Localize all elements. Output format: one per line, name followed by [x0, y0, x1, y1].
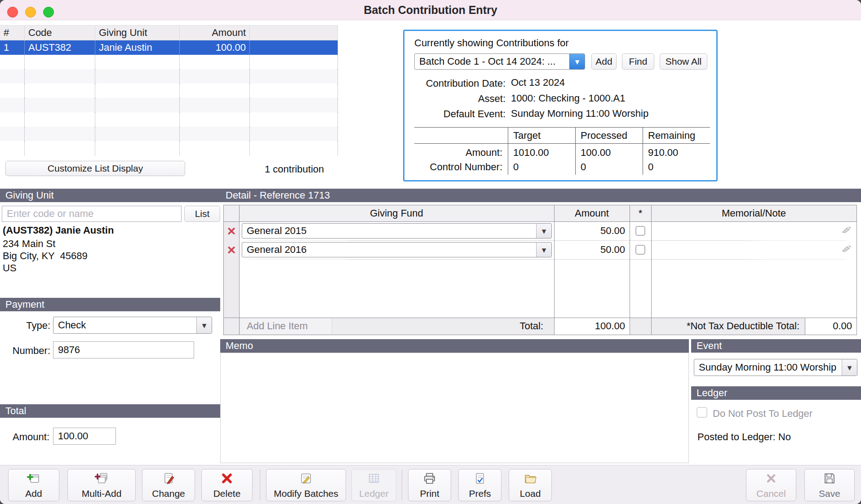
cell-amount: 100.00 [180, 40, 250, 55]
payment-type-select[interactable]: Check ▾ [53, 317, 212, 334]
payment-number-label: Number: [0, 345, 50, 357]
detail-table: Giving Fund Amount * Memorial/Note × Gen… [223, 205, 857, 335]
chevron-down-icon: ▾ [569, 54, 585, 69]
add-button[interactable]: Add [8, 469, 59, 501]
not-tax-deductible-checkbox-row2[interactable] [635, 245, 645, 255]
column-giving-unit: Giving Unit [95, 26, 180, 40]
event-select[interactable]: Sunday Morning 11:00 Worship ▾ [694, 359, 857, 376]
multi-add-button[interactable]: Multi-Add [67, 469, 136, 501]
giving-unit-search-input[interactable] [2, 206, 182, 222]
memo-header: Memo [220, 339, 689, 353]
ledger-header: Ledger [691, 386, 861, 400]
default-event-label: Default Event: [404, 108, 506, 120]
customize-list-display-button[interactable]: Customize List Display [5, 161, 185, 176]
contribution-row-empty [0, 127, 338, 141]
memo-textarea[interactable] [220, 353, 689, 463]
default-event-value: Sunday Morning 11:00 Worship [511, 108, 648, 119]
batch-add-button[interactable]: Add [591, 53, 617, 70]
window-title: Batch Contribution Entry [0, 0, 861, 20]
not-tax-deductible-checkbox-row1[interactable] [635, 226, 645, 236]
load-button[interactable]: Load [509, 469, 552, 501]
modify-batches-icon [299, 472, 313, 487]
line-amount-row1[interactable]: 50.00 [554, 221, 630, 240]
giving-unit-address-line2: Big City, KY 45689 [3, 250, 88, 262]
print-button[interactable]: Print [408, 469, 451, 501]
detail-header: Detail - Reference 1713 [220, 189, 861, 202]
toolbar-button-label: Ledger [359, 488, 388, 499]
toolbar-button-label: Multi-Add [82, 488, 122, 499]
contribution-row-empty [0, 98, 338, 112]
prefs-button[interactable]: Prefs [458, 469, 502, 501]
payment-type-value: Check [53, 317, 196, 333]
payment-number-input[interactable] [53, 341, 194, 358]
print-icon [423, 472, 436, 487]
do-not-post-to-ledger-checkbox[interactable] [697, 407, 707, 418]
prefs-icon [473, 472, 487, 487]
contribution-row-empty [0, 112, 338, 127]
not-tax-deductible-total-label: *Not Tax Deductible Total: [651, 318, 805, 335]
toolbar-button-label: Delete [213, 488, 241, 499]
summary-amount-label: Amount: [414, 147, 502, 159]
giving-fund-select-row2[interactable]: General 2016 ▾ [242, 242, 552, 257]
save-icon [823, 472, 836, 487]
detail-column-not-tax-deductible: * [630, 205, 651, 221]
giving-unit-list-button[interactable]: List [184, 206, 220, 222]
payment-header: Payment [0, 298, 220, 311]
batch-summary-table: Target Processed Remaining Amount: 1010.… [414, 127, 710, 175]
detail-column-giving-fund: Giving Fund [239, 205, 554, 221]
bottom-toolbar: Add Multi-Add Change Delete Modify Batch… [0, 465, 861, 504]
summary-header-processed: Processed [581, 130, 627, 141]
contribution-row-selected[interactable]: 1 AUST382 Janie Austin 100.00 [0, 40, 338, 55]
ledger-button[interactable]: Ledger [351, 469, 396, 501]
delete-line-icon[interactable]: × [224, 240, 239, 259]
summary-control-remaining: 0 [648, 161, 653, 173]
memorial-note-field-row1[interactable] [651, 221, 857, 240]
add-icon [27, 472, 40, 487]
column-code: Code [25, 26, 95, 40]
total-amount-input[interactable] [53, 428, 116, 445]
toolbar-button-label: Print [420, 488, 439, 499]
modify-batches-button[interactable]: Modify Batches [266, 469, 346, 501]
memorial-note-field-row2[interactable] [651, 240, 857, 259]
summary-header-remaining: Remaining [648, 130, 695, 141]
line-amount-row2[interactable]: 50.00 [554, 240, 630, 259]
cancel-button[interactable]: Cancel [746, 469, 796, 501]
change-button[interactable]: Change [142, 469, 195, 501]
multi-add-icon [95, 472, 108, 487]
batch-select[interactable]: Batch Code 1 - Oct 14 2024: ... ▾ [414, 53, 585, 70]
summary-amount-remaining: 910.00 [648, 147, 678, 159]
chevron-down-icon: ▾ [536, 243, 551, 257]
contribution-count: 1 contribution [243, 164, 346, 175]
giving-fund-value: General 2016 [242, 243, 536, 257]
add-line-item-button[interactable]: Add Line Item [240, 318, 332, 334]
not-tax-deductible-total-value: 0.00 [805, 318, 857, 335]
contribution-list-header: # Code Giving Unit Amount [0, 25, 338, 40]
giving-fund-value: General 2015 [242, 224, 536, 238]
cell-number: 1 [0, 40, 25, 55]
batch-panel-heading: Currently showing Contributions for [414, 37, 569, 49]
delete-button[interactable]: Delete [201, 469, 253, 501]
detail-column-amount: Amount [554, 205, 630, 221]
giving-unit-header: Giving Unit [0, 189, 220, 202]
save-button[interactable]: Save [804, 469, 855, 501]
toolbar-button-label: Load [520, 488, 541, 499]
giving-unit-address-line3: US [3, 262, 17, 274]
note-icon [841, 244, 852, 256]
giving-fund-select-row1[interactable]: General 2015 ▾ [242, 223, 552, 239]
summary-control-label: Control Number: [414, 161, 502, 173]
contribution-list: 1 AUST382 Janie Austin 100.00 [0, 40, 338, 155]
toolbar-separator [402, 470, 402, 500]
contribution-row-empty [0, 141, 338, 155]
do-not-post-to-ledger-label: Do Not Post To Ledger [713, 408, 812, 420]
change-icon [162, 472, 175, 487]
contribution-date-value: Oct 13 2024 [511, 77, 565, 88]
asset-value: 1000: Checking - 1000.A1 [511, 93, 625, 104]
toolbar-button-label: Cancel [756, 488, 786, 499]
delete-line-icon[interactable]: × [224, 221, 239, 240]
chevron-down-icon: ▾ [196, 317, 212, 333]
cell-code: AUST382 [25, 40, 95, 55]
batch-contribution-entry-window: Batch Contribution Entry # Code Giving U… [0, 0, 861, 504]
batch-find-button[interactable]: Find [622, 53, 654, 70]
giving-unit-address-line1: 234 Main St [3, 238, 55, 250]
batch-show-all-button[interactable]: Show All [660, 53, 707, 70]
